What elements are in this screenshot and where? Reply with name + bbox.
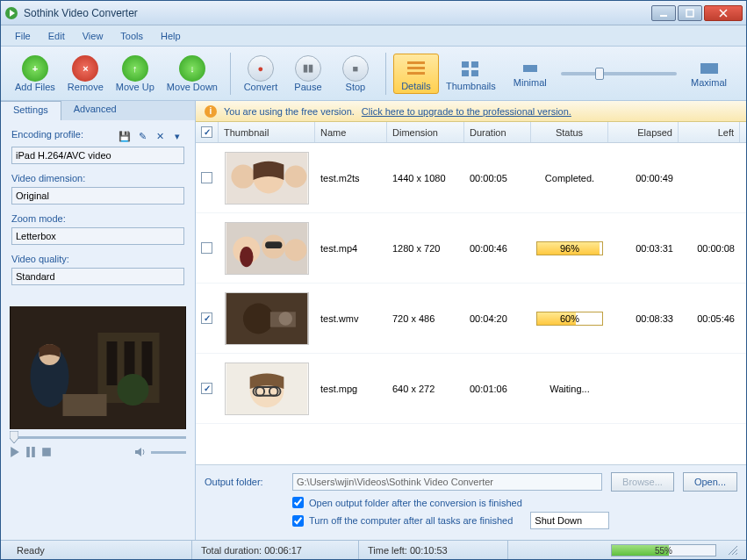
svg-rect-21 [26, 447, 30, 457]
thumbnails-label: Thumbnails [446, 81, 496, 91]
info-text: You are using the free version. [224, 106, 355, 117]
move-down-label: Move Down [167, 82, 218, 92]
col-dimension[interactable]: Dimension [387, 122, 464, 142]
svg-point-25 [231, 164, 255, 188]
table-row[interactable]: test.m2ts1440 x 108000:00:05Completed.00… [196, 143, 746, 213]
svg-rect-23 [42, 448, 51, 456]
minimal-view-button[interactable]: Minimal [508, 58, 552, 90]
status-text: Completed. [545, 173, 594, 183]
titlebar: Sothink Video Converter [1, 1, 746, 25]
output-folder-label: Output folder: [205, 477, 284, 487]
convert-button[interactable]: ●Convert [238, 54, 284, 94]
thumbnail-image [219, 291, 315, 347]
thumbnail-image [219, 220, 315, 276]
video-dimension-select[interactable] [11, 187, 184, 205]
tab-settings[interactable]: Settings [1, 101, 61, 120]
tab-advanced[interactable]: Advanced [61, 101, 129, 120]
row-checkbox[interactable] [201, 383, 212, 394]
seek-handle-icon[interactable] [10, 431, 18, 443]
shutdown-checkbox[interactable] [292, 515, 304, 527]
app-icon [4, 6, 18, 20]
video-quality-select[interactable] [11, 268, 184, 285]
remove-button[interactable]: ×Remove [62, 54, 109, 94]
profile-dropdown-icon[interactable]: ▾ [170, 129, 184, 143]
file-dimension: 1280 x 720 [387, 243, 464, 254]
minimal-label: Minimal [514, 77, 547, 88]
row-checkbox[interactable] [201, 312, 212, 324]
file-name: test.mpg [315, 384, 387, 394]
thumbnail-size-slider[interactable] [561, 72, 677, 75]
status-ready: Ready [8, 541, 192, 559]
close-button[interactable] [704, 5, 743, 21]
delete-profile-icon[interactable]: ✕ [153, 129, 167, 143]
add-files-button[interactable]: +Add Files [10, 54, 61, 94]
svg-rect-2 [686, 10, 693, 17]
pause-icon[interactable] [25, 447, 36, 457]
menu-edit[interactable]: Edit [41, 29, 72, 43]
svg-rect-9 [471, 70, 478, 76]
resize-grip-icon[interactable] [727, 544, 739, 556]
statusbar: Ready Total duration: 00:06:17 Time left… [1, 540, 746, 559]
move-up-button[interactable]: ↑Move Up [111, 54, 160, 94]
move-up-label: Move Up [116, 82, 154, 92]
play-icon[interactable] [10, 447, 20, 457]
shutdown-action-select[interactable] [530, 512, 609, 529]
playback-seek-bar[interactable] [10, 433, 186, 443]
stop-button[interactable]: ■Stop [333, 54, 378, 94]
menu-file[interactable]: File [8, 29, 38, 43]
pause-button[interactable]: ▮▮Pause [285, 54, 331, 94]
file-name: test.wmv [315, 313, 387, 324]
volume-icon[interactable] [135, 447, 146, 457]
total-duration-label: Total duration: [201, 545, 262, 556]
browse-button[interactable]: Browse... [611, 472, 674, 492]
svg-rect-14 [107, 341, 118, 385]
output-folder-input[interactable] [292, 473, 602, 491]
details-view-button[interactable]: Details [393, 54, 439, 94]
save-profile-icon[interactable]: 💾 [118, 129, 132, 143]
thumbnails-view-button[interactable]: Thumbnails [441, 54, 501, 93]
preview-pane [10, 306, 186, 429]
details-label: Details [401, 81, 431, 91]
stop-label: Stop [346, 82, 366, 92]
volume-slider[interactable] [151, 451, 186, 454]
window-title: Sothink Video Converter [24, 7, 651, 19]
table-row[interactable]: test.mp41280 x 72000:00:4696%00:03:3100:… [196, 213, 746, 284]
file-duration: 00:00:46 [464, 243, 531, 254]
col-left[interactable]: Left [679, 122, 740, 142]
col-status[interactable]: Status [531, 122, 608, 142]
table-row[interactable]: test.mpg640 x 27200:01:06Waiting... [196, 354, 746, 424]
col-name[interactable]: Name [315, 122, 387, 142]
col-thumbnail[interactable]: Thumbnail [219, 122, 315, 142]
time-left-label: Time left: [368, 545, 407, 556]
encoding-profile-select[interactable] [11, 147, 184, 164]
menu-tools[interactable]: Tools [113, 29, 150, 43]
move-down-button[interactable]: ↓Move Down [162, 54, 223, 94]
remove-label: Remove [68, 82, 104, 92]
elapsed-time: 00:00:49 [608, 173, 679, 183]
progress-bar: 96% [536, 241, 603, 255]
select-all-checkbox[interactable] [201, 126, 212, 138]
stop-icon[interactable] [41, 447, 52, 457]
svg-point-27 [284, 165, 306, 187]
video-dimension-label: Video dimension: [11, 173, 184, 183]
col-elapsed[interactable]: Elapsed [608, 122, 679, 142]
svg-rect-22 [32, 447, 35, 457]
row-checkbox[interactable] [201, 242, 212, 254]
edit-profile-icon[interactable]: ✎ [135, 129, 149, 143]
menu-view[interactable]: View [75, 29, 111, 43]
col-duration[interactable]: Duration [464, 122, 531, 142]
toolbar-separator [385, 53, 386, 95]
zoom-mode-select[interactable] [11, 227, 184, 245]
maximize-button[interactable] [678, 5, 702, 21]
row-checkbox[interactable] [201, 172, 212, 183]
menu-help[interactable]: Help [154, 29, 188, 43]
upgrade-link[interactable]: Click here to upgrade to the professiona… [362, 106, 571, 117]
minimal-icon [521, 60, 539, 77]
open-after-checkbox[interactable] [292, 497, 304, 508]
open-button[interactable]: Open... [683, 472, 737, 492]
maximal-view-button[interactable]: Maximal [686, 58, 732, 90]
minimize-button[interactable] [651, 5, 676, 21]
svg-point-20 [118, 374, 149, 406]
table-row[interactable]: test.wmv720 x 48600:04:2060%00:08:3300:0… [196, 284, 746, 354]
progress-bar: 60% [536, 312, 603, 326]
